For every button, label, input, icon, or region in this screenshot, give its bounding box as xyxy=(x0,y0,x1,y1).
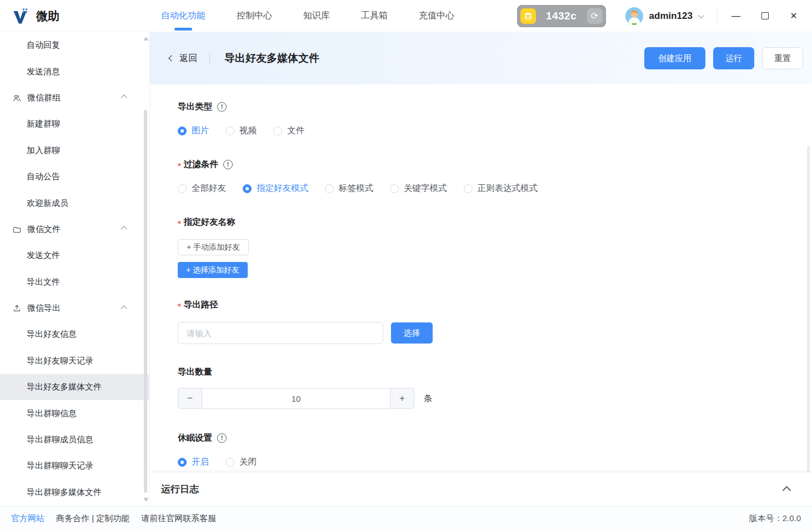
sidebar-item-label: 发送消息 xyxy=(27,67,60,77)
radio-sleep-on[interactable]: 开启 xyxy=(178,456,209,468)
maximize-button[interactable] xyxy=(759,10,771,22)
label-text: 导出类型 xyxy=(178,101,212,113)
sleep-settings-label: 休眠设置 ! xyxy=(178,432,795,444)
label-text: 指定好友名称 xyxy=(184,216,235,228)
back-button[interactable]: 返回 xyxy=(169,53,197,64)
sidebar-item-auto-announcement[interactable]: 自动公告 xyxy=(0,164,149,190)
sidebar-item-send-file[interactable]: 发送文件 xyxy=(0,243,149,269)
header-actions: 创建应用 运行 重置 xyxy=(644,47,803,69)
sidebar-group-wechat-files[interactable]: 微信文件 xyxy=(0,216,149,243)
sidebar-group-wechat-export[interactable]: 微信导出 xyxy=(0,295,149,321)
official-site-link[interactable]: 官方网站 xyxy=(11,513,44,524)
app-logo-icon xyxy=(11,6,31,26)
sidebar-item-send-message[interactable]: 发送消息 xyxy=(0,58,149,84)
sidebar-item-export-friend-media[interactable]: 导出好友多媒体文件 xyxy=(0,374,149,400)
decrement-button[interactable]: − xyxy=(178,388,202,408)
sidebar-item-label: 导出好友多媒体文件 xyxy=(27,382,102,392)
sidebar-item-welcome-new-member[interactable]: 欢迎新成员 xyxy=(0,190,149,216)
radio-label: 开启 xyxy=(192,456,209,468)
sidebar-scrollbar-thumb[interactable] xyxy=(144,110,147,493)
increment-button[interactable]: + xyxy=(390,388,414,408)
collapse-chevron-up-icon[interactable] xyxy=(783,486,791,495)
radio-filter-keyword-mode[interactable]: 关键字模式 xyxy=(390,183,447,194)
sidebar-item-label: 导出群聊多媒体文件 xyxy=(27,487,102,498)
credits-badge[interactable]: 1432c ⟳ xyxy=(517,5,606,27)
sidebar-item-label: 发送文件 xyxy=(27,250,60,261)
radio-unchecked-icon xyxy=(178,184,187,193)
username: admin123 xyxy=(649,11,693,22)
count-unit: 条 xyxy=(424,393,433,405)
run-log-panel[interactable]: 运行日志 xyxy=(150,472,812,506)
radio-filter-all-friends[interactable]: 全部好友 xyxy=(178,183,226,194)
sidebar-group-wechat-groups[interactable]: 微信群组 xyxy=(0,85,149,111)
back-label: 返回 xyxy=(179,53,197,64)
sidebar-item-label: 自动回复 xyxy=(27,40,60,51)
info-icon[interactable]: ! xyxy=(217,102,227,112)
scroll-up-arrow-icon[interactable] xyxy=(143,37,149,41)
radio-export-type-video[interactable]: 视频 xyxy=(225,125,257,137)
select-add-friend-button[interactable]: + 选择添加好友 xyxy=(178,262,248,278)
nav-tab-control-center[interactable]: 控制中心 xyxy=(237,0,272,32)
radio-label: 全部好友 xyxy=(192,183,226,194)
sidebar-item-label: 导出文件 xyxy=(27,277,60,287)
chevron-up-icon xyxy=(121,95,127,101)
info-icon[interactable]: ! xyxy=(223,160,233,169)
nav-tab-knowledge-base[interactable]: 知识库 xyxy=(303,0,330,32)
sidebar-item-label: 微信群组 xyxy=(27,93,61,103)
sidebar-item-new-group-chat[interactable]: 新建群聊 xyxy=(0,111,149,137)
export-count-input[interactable] xyxy=(202,388,390,408)
radio-label: 视频 xyxy=(239,125,257,137)
sidebar-item-export-friend-info[interactable]: 导出好友信息 xyxy=(0,321,149,347)
sidebar-item-label: 自动公告 xyxy=(27,171,60,182)
radio-sleep-off[interactable]: 关闭 xyxy=(225,456,257,468)
nav-tab-toolbox[interactable]: 工具箱 xyxy=(361,0,388,32)
sidebar-item-export-group-info[interactable]: 导出群聊信息 xyxy=(0,400,149,426)
manual-add-friend-button[interactable]: + 手动添加好友 xyxy=(178,239,249,255)
sidebar-scrollbar[interactable] xyxy=(143,32,148,506)
radio-export-type-image[interactable]: 图片 xyxy=(178,125,209,137)
radio-filter-tag-mode[interactable]: 标签模式 xyxy=(325,183,373,194)
info-icon[interactable]: ! xyxy=(217,433,227,443)
export-form: 导出类型 ! 图片 视频 文件 * 过滤条件 xyxy=(150,84,812,472)
radio-unchecked-icon xyxy=(464,184,473,193)
create-app-button[interactable]: 创建应用 xyxy=(644,47,705,69)
maximize-icon xyxy=(761,12,769,19)
radio-unchecked-icon xyxy=(273,127,282,135)
chevron-down-icon xyxy=(698,12,704,18)
sidebar-item-export-group-media[interactable]: 导出群聊多媒体文件 xyxy=(0,479,149,506)
folder-icon xyxy=(12,225,22,234)
sidebar-item-export-file[interactable]: 导出文件 xyxy=(0,269,149,295)
refresh-credits-icon[interactable]: ⟳ xyxy=(587,8,603,24)
choose-path-button[interactable]: 选择 xyxy=(391,322,433,344)
radio-filter-regex-mode[interactable]: 正则表达式模式 xyxy=(464,183,538,194)
user-menu[interactable]: admin123 xyxy=(625,7,703,26)
scroll-down-arrow-icon[interactable] xyxy=(143,498,149,502)
business-coop-text: 商务合作 | 定制功能 xyxy=(56,513,129,524)
sidebar-item-export-group-chat-history[interactable]: 导出群聊聊天记录 xyxy=(0,453,149,479)
sidebar-item-export-friend-chat-history[interactable]: 导出好友聊天记录 xyxy=(0,348,149,374)
close-button[interactable]: ✕ xyxy=(788,10,800,22)
footer: 官方网站 商务合作 | 定制功能 请前往官网联系客服 版本号：2.0.0 xyxy=(0,506,812,530)
main-content: 返回 导出好友多媒体文件 创建应用 运行 重置 导出类型 ! 图片 xyxy=(150,32,812,506)
nav-tab-recharge-center[interactable]: 充值中心 xyxy=(419,0,454,32)
export-icon xyxy=(12,304,22,313)
sidebar-item-label: 导出群聊聊天记录 xyxy=(27,461,93,471)
export-path-input[interactable] xyxy=(178,322,383,344)
radio-export-type-file[interactable]: 文件 xyxy=(273,125,304,137)
avatar xyxy=(625,7,644,26)
run-button[interactable]: 运行 xyxy=(713,47,754,69)
export-path-label: * 导出路径 xyxy=(178,299,795,311)
radio-unchecked-icon xyxy=(225,127,234,135)
radio-label: 指定好友模式 xyxy=(257,183,308,194)
sidebar-item-auto-reply[interactable]: 自动回复 xyxy=(0,32,149,58)
minimize-button[interactable]: — xyxy=(730,10,742,22)
main-scrollbar-thumb[interactable] xyxy=(807,145,810,472)
sidebar-item-join-group-chat[interactable]: 加入群聊 xyxy=(0,138,149,164)
reset-button[interactable]: 重置 xyxy=(762,47,803,69)
chevron-up-icon xyxy=(121,305,127,311)
radio-filter-specified-friends[interactable]: 指定好友模式 xyxy=(243,183,308,194)
sidebar-item-export-group-member-info[interactable]: 导出群聊成员信息 xyxy=(0,427,149,453)
nav-tab-automation[interactable]: 自动化功能 xyxy=(161,0,205,32)
radio-label: 标签模式 xyxy=(339,183,373,194)
radio-label: 正则表达式模式 xyxy=(478,183,538,194)
